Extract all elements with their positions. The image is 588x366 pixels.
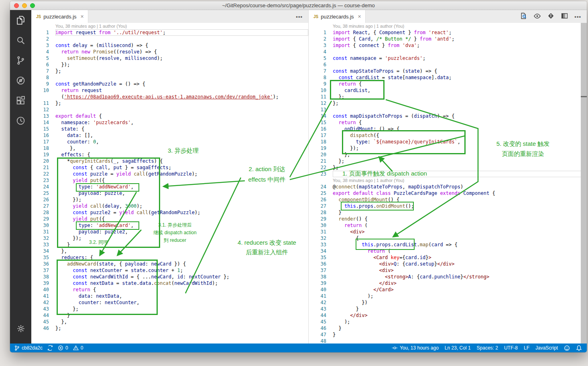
debug-icon[interactable] [10, 70, 31, 90]
code-line[interactable]: 5const namespace = 'puzzlecards'; [309, 55, 587, 61]
code-line[interactable]: 4 [309, 49, 587, 55]
notifications-bell-icon[interactable] [576, 345, 582, 351]
code-line[interactable]: 34 return ( [309, 248, 587, 254]
code-line[interactable]: 14const mapDispatchToProps = (dispatch) … [309, 113, 587, 119]
code-line[interactable]: 44 } [31, 312, 308, 319]
code-line[interactable]: 37 const nextCounter = state.counter + 1… [31, 267, 308, 274]
code-line[interactable]: 3import { connect } from 'dva'; [309, 42, 587, 49]
code-line[interactable]: 6 }); [31, 61, 308, 68]
code-line[interactable]: 45 ); [309, 319, 587, 325]
code-line[interactable]: 33 this.props.cardList.map(card => { [309, 241, 587, 248]
code-line[interactable]: 2 [31, 36, 308, 42]
code-line[interactable]: 35 <Card key={card.id}> [309, 254, 587, 261]
git-branch-status[interactable]: cb82da2c [14, 345, 43, 351]
code-line[interactable]: 8 const cardList = state[namespace].data… [309, 74, 587, 81]
code-line[interactable]: 7const mapStateToProps = (state) => { [309, 68, 587, 74]
code-line[interactable]: 27 yield call(delay, 3000); [31, 203, 308, 209]
code-line[interactable]: 47} [309, 331, 587, 338]
code-line[interactable]: 13export default { [31, 113, 308, 119]
code-line[interactable]: 16 data: [], [31, 132, 308, 139]
code-line[interactable]: 29 render() { [309, 216, 587, 222]
code-line[interactable]: 31 <div> [309, 229, 587, 235]
search-icon[interactable] [10, 30, 31, 50]
code-line[interactable]: 32 { [309, 235, 587, 241]
encoding-status[interactable]: UTF-8 [504, 345, 518, 351]
code-line[interactable]: 11 }; [309, 94, 587, 100]
code-line[interactable]: 28 } [309, 209, 587, 216]
code-line[interactable]: 15 state: { [31, 126, 308, 132]
code-line[interactable]: 46 } [309, 325, 587, 331]
code-line[interactable]: 29 yield put({ [31, 216, 308, 222]
code-line[interactable]: 42 }) [309, 299, 587, 306]
code-line[interactable]: 31 payload: puzzle2, [31, 229, 308, 235]
code-line[interactable]: 21 }; [309, 158, 587, 164]
code-line[interactable]: 30 return ( [309, 222, 587, 229]
code-line[interactable]: 44 </div> [309, 312, 587, 319]
code-line[interactable]: 25export default class PuzzleCardsPage e… [309, 190, 587, 196]
explorer-icon[interactable] [10, 10, 31, 30]
code-line[interactable]: 38 const newCardWithId = { ...newCard, i… [31, 274, 308, 280]
code-line[interactable]: 39 const nextData = state.data.concat(ne… [31, 280, 308, 286]
code-line[interactable]: 20 *queryInitCards(_, sagaEffects) { [31, 158, 308, 164]
code-line[interactable]: 46}; [31, 325, 308, 331]
code-line[interactable]: 32 }); [31, 235, 308, 241]
eol-status[interactable]: LF [524, 345, 529, 351]
blame-status[interactable]: You, 13 hours ago [392, 345, 439, 351]
code-line[interactable]: 17 dispatch({ [309, 132, 587, 139]
code-line[interactable]: 39 </div> [309, 280, 587, 286]
tab-puzzlecards-left[interactable]: JS puzzlecards.js × [31, 10, 88, 23]
git-diamond-icon[interactable] [547, 12, 555, 21]
minimize-window-button[interactable] [22, 3, 27, 8]
code-line[interactable]: 43 } [309, 306, 587, 312]
code-line[interactable]: 1import request from '../util/request'; [31, 29, 308, 36]
code-line[interactable]: 33 } [31, 241, 308, 248]
code-line[interactable]: 37 <div> [309, 267, 587, 274]
code-line[interactable]: 21 const { call, put } = sagaEffects; [31, 164, 308, 171]
code-line[interactable]: 36 <div>Q: {card.setup}</div> [309, 261, 587, 267]
code-line[interactable]: 7}; [31, 68, 308, 74]
split-editor-icon[interactable] [561, 12, 568, 21]
code-line[interactable]: 28 const puzzle2 = yield call(getRandomP… [31, 209, 308, 216]
code-line[interactable]: 10 return request [31, 87, 308, 94]
language-mode-status[interactable]: JavaScript [535, 345, 558, 351]
code-line[interactable]: 42 counter: nextCounter, [31, 299, 308, 306]
code-line[interactable]: 6 [309, 61, 587, 68]
code-line[interactable]: 26 componentDidMount() { [309, 196, 587, 203]
code-line[interactable]: 26 }); [31, 196, 308, 203]
sync-icon[interactable] [47, 345, 53, 351]
gitlens-icon[interactable] [10, 110, 31, 131]
extensions-icon[interactable] [10, 90, 31, 110]
code-line[interactable]: 43 }; [31, 306, 308, 312]
code-line[interactable]: 2import { Card, /* Button */ } from 'ant… [309, 36, 587, 42]
scrollbar[interactable] [581, 23, 587, 344]
code-line-wrap[interactable]: ('https://08ad1pao69.execute-api.us-east… [31, 94, 308, 100]
source-control-icon[interactable] [10, 50, 31, 70]
toggle-blame-icon[interactable] [533, 12, 541, 21]
code-line[interactable]: 10 cardList, [309, 87, 587, 94]
settings-gear-icon[interactable] [10, 319, 31, 339]
code-line[interactable]: 19 effects: { [31, 151, 308, 158]
code-line[interactable]: 24 type: 'addNewCard', [31, 184, 308, 190]
code-line[interactable]: 9 return { [309, 81, 587, 87]
code-line[interactable]: 41 ); [309, 293, 587, 299]
code-line[interactable]: 27 this.props.onDidMount(); [309, 203, 587, 209]
code-line[interactable]: 19 }); [309, 145, 587, 151]
code-line[interactable]: 34 }, [31, 248, 308, 254]
code-line[interactable]: 15 return { [309, 119, 587, 126]
code-line[interactable]: 12 [31, 106, 308, 113]
feedback-smiley-icon[interactable] [564, 345, 570, 351]
codelens[interactable]: You, 38 minutes ago | 1 author (You) [309, 177, 587, 184]
errors-status[interactable]: 0 [58, 345, 68, 351]
code-line[interactable]: 22 const puzzle = yield call(getRandomPu… [31, 171, 308, 177]
code-line[interactable]: 25 payload: puzzle, [31, 190, 308, 196]
code-line[interactable]: 13 [309, 106, 587, 113]
code-line[interactable]: 23 [309, 171, 587, 177]
indentation-status[interactable]: Spaces: 2 [477, 345, 498, 351]
tab-puzzlecards-right[interactable]: JS puzzlecards.js × [309, 10, 366, 23]
code-line[interactable]: 30 type: 'addNewCard', [31, 222, 308, 229]
code-line[interactable]: 3const delay = (millisecond) => { [31, 42, 308, 49]
code-line[interactable]: 17 counter: 0, [31, 139, 308, 145]
code-line[interactable]: 1import React, { Component } from 'react… [309, 29, 587, 36]
zoom-window-button[interactable] [30, 3, 35, 8]
code-line[interactable]: 16 onDidMount: () => { [309, 126, 587, 132]
